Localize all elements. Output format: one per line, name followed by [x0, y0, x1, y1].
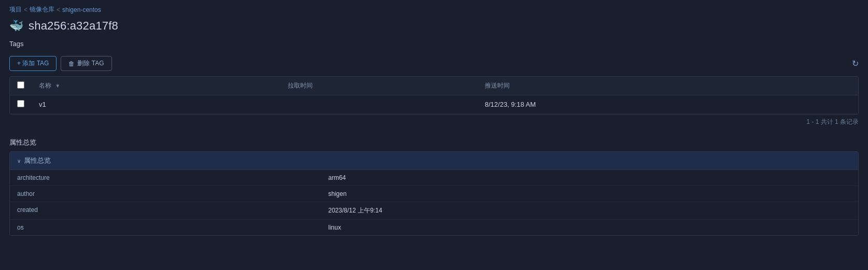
- properties-section-title: 属性总览: [9, 138, 859, 147]
- add-tag-button[interactable]: + 添加 TAG: [9, 56, 57, 71]
- row-checkbox-cell: [10, 95, 32, 114]
- breadcrumb-registry[interactable]: 镜像仓库: [30, 5, 54, 14]
- properties-table-container: ∨ 属性总览 architecture arm64 author shigen …: [9, 151, 859, 236]
- prop-key-os: os: [10, 220, 321, 235]
- header-checkbox-cell: [10, 77, 32, 95]
- prop-val-os: linux: [321, 220, 348, 235]
- header-pull-time: 拉取时间: [281, 77, 478, 95]
- breadcrumb-project[interactable]: 项目: [9, 5, 22, 14]
- breadcrumb-sep1: <: [24, 6, 27, 13]
- tags-table-body: v1 8/12/23, 9:18 AM: [10, 95, 858, 114]
- toolbar: + 添加 TAG 🗑 删除 TAG ↻: [0, 53, 868, 76]
- header-name: 名称 ▼: [32, 77, 281, 95]
- property-row-author: author shigen: [10, 186, 858, 202]
- docker-icon: 🐳: [9, 19, 23, 33]
- delete-tag-button[interactable]: 🗑 删除 TAG: [61, 56, 111, 71]
- breadcrumb-sep2: <: [57, 6, 60, 13]
- prop-key-architecture: architecture: [10, 170, 321, 186]
- table-row: v1 8/12/23, 9:18 AM: [10, 95, 858, 114]
- pagination: 1 - 1 共计 1 条记录: [0, 115, 868, 130]
- prop-val-architecture: arm64: [321, 170, 353, 186]
- prop-key-created: created: [10, 202, 321, 219]
- refresh-icon[interactable]: ↻: [852, 59, 859, 68]
- page-title-area: 🐳 sha256:a32a17f8: [0, 17, 868, 38]
- delete-tag-label: 删除 TAG: [77, 59, 104, 68]
- properties-group-header[interactable]: ∨ 属性总览: [10, 152, 858, 170]
- prop-val-author: shigen: [321, 186, 354, 202]
- page-title: sha256:a32a17f8: [29, 19, 118, 33]
- row-name: v1: [32, 95, 281, 114]
- tags-section-label: Tags: [0, 38, 868, 53]
- tags-table: 名称 ▼ 拉取时间 推送时间 v1 8/12/23, 9:18 AM: [10, 77, 858, 114]
- breadcrumb-repo[interactable]: shigen-centos: [62, 6, 101, 13]
- delete-icon: 🗑: [68, 60, 75, 67]
- filter-icon[interactable]: ▼: [55, 83, 60, 89]
- properties-group-label: 属性总览: [24, 156, 51, 165]
- breadcrumb: 项目 < 镜像仓库 < shigen-centos: [0, 0, 868, 17]
- chevron-down-icon: ∨: [17, 158, 21, 164]
- row-checkbox[interactable]: [17, 100, 24, 107]
- property-row-os: os linux: [10, 220, 858, 235]
- select-all-checkbox[interactable]: [17, 81, 24, 89]
- header-push-time: 推送时间: [478, 77, 858, 95]
- property-row-created: created 2023/8/12 上午9:14: [10, 202, 858, 220]
- row-push-time: 8/12/23, 9:18 AM: [478, 95, 858, 114]
- tags-table-container: 名称 ▼ 拉取时间 推送时间 v1 8/12/23, 9:18 AM: [9, 76, 859, 115]
- property-row-architecture: architecture arm64: [10, 170, 858, 186]
- row-pull-time: [281, 95, 478, 114]
- prop-val-created: 2023/8/12 上午9:14: [321, 202, 389, 219]
- properties-section: 属性总览 ∨ 属性总览 architecture arm64 author sh…: [9, 138, 859, 236]
- prop-key-author: author: [10, 186, 321, 202]
- toolbar-right: ↻: [852, 59, 859, 68]
- tags-table-header: 名称 ▼ 拉取时间 推送时间: [10, 77, 858, 95]
